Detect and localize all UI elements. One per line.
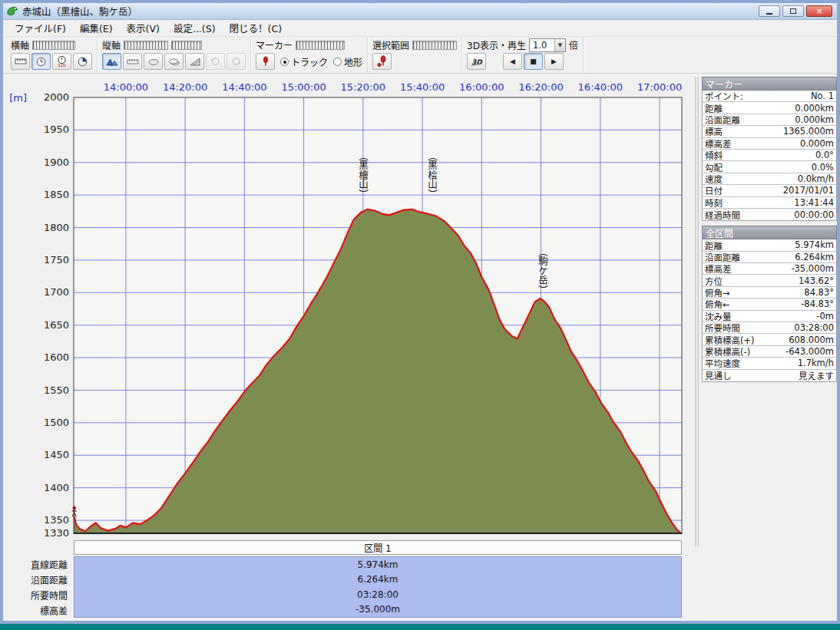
toolbar-group-selection: 選択範囲 [368,38,462,72]
ruler-icon [15,56,27,67]
play-backward-icon: ◀ [510,58,515,65]
menu-bar: ファイル(F) 編集(E) 表示(V) 設定...(S) 閉じる！(C) [3,20,837,37]
row-value: 608.000m [789,335,834,345]
row-label: 平均速度 [705,357,740,369]
rotate-left-button[interactable] [206,53,225,70]
svg-text:1600: 1600 [44,351,69,363]
play-forward-button[interactable]: ▶ [544,53,564,70]
marker-button[interactable] [256,53,275,70]
close-button[interactable]: × [806,5,832,17]
radio-track[interactable]: トラック [280,55,328,68]
row-label: 方位 [705,275,723,287]
ellipse-shadow-button[interactable] [164,53,184,70]
minimize-button[interactable] [759,5,780,17]
view-3d-button[interactable]: 3D [467,53,486,70]
glasses-3d-icon: 3D [470,56,484,68]
svg-text:14:00:00: 14:00:00 [104,81,148,93]
toolbar-group-v-axis: 縦軸 [98,38,251,72]
selection-slider[interactable] [412,41,457,50]
svg-text:16:40:00: 16:40:00 [578,81,623,93]
svg-text:15:40:00: 15:40:00 [400,81,445,93]
table-row: 沈み量-0m [703,311,836,322]
play-backward-button[interactable]: ◀ [503,53,522,70]
scale-ruler-button[interactable] [11,53,30,70]
toolbar: 横軸 [3,37,837,74]
window-title: 赤城山（黒檜山、駒ケ岳） [22,4,137,18]
pie-clock-button[interactable] [73,53,92,70]
ellipse-icon [147,56,160,67]
chevron-down-icon[interactable]: ▼ [554,39,565,51]
svg-text:1350: 1350 [44,514,69,526]
row-value: 見えます [799,369,834,381]
marker-slider[interactable] [296,41,345,50]
pie-clock-icon [77,56,88,68]
row-label: 傾斜 [705,149,723,161]
v-axis-slider[interactable] [124,41,168,50]
menu-settings[interactable]: 設定...(S) [167,19,223,37]
svg-text:1330: 1330 [44,527,69,539]
menu-view[interactable]: 表示(V) [120,19,167,37]
speed-unit-label: 倍 [569,38,578,51]
svg-text:1550: 1550 [44,384,69,396]
table-row: 時刻13:41:44 [703,197,836,209]
section-row-label: 所要時間 [3,589,70,602]
table-row: 日付2017/01/01 [703,185,836,196]
h-ruler-icon [127,56,139,67]
svg-text:14:20:00: 14:20:00 [163,81,207,93]
time-axis-button[interactable] [31,53,51,70]
row-label: 俯角← [705,298,730,310]
svg-text:1400: 1400 [44,482,69,493]
toolbar-group-h-axis: 横軸 [6,38,98,72]
rotate-right-icon [230,56,242,67]
panel-splitter[interactable] [695,77,699,546]
stop-button[interactable]: ■ [524,53,543,70]
maximize-icon [790,8,796,14]
rotate-right-button[interactable] [227,53,246,70]
row-value: 1365.000m [783,126,834,137]
marker-dot-button[interactable] [372,53,392,70]
row-label: 累積標高(+) [705,334,755,346]
rotate-left-icon [210,56,221,67]
speed-combobox[interactable]: 1.0 ▼ [529,38,566,52]
table-row: ポイント:No. 1 [703,91,836,102]
table-row: 俯角→84.83° [703,287,836,299]
maximize-button[interactable] [782,5,804,17]
h-axis-label: 横軸 [11,38,29,51]
table-row: 累積標高(+)608.000m [703,334,836,345]
row-label: 俯角→ [705,286,730,299]
table-row: 勾配0.0% [703,161,836,173]
ellipse-button[interactable] [144,53,163,70]
svg-text:1800: 1800 [44,222,69,233]
section-row-value: -35.000m [356,604,400,615]
mountain-icon [106,56,118,67]
section-row-value: 5.974km [358,559,399,570]
h-axis-slider[interactable] [32,41,75,50]
row-label: 標高差 [705,262,732,275]
selection-label: 選択範囲 [372,38,409,51]
marker-balloon-dot-icon [376,55,389,68]
row-label: 見通し [705,369,732,381]
svg-text:1850: 1850 [44,189,69,200]
time-120-button[interactable]: 120 [52,53,71,70]
row-label: 所要時間 [705,322,740,334]
slope-triangle-icon [189,56,201,67]
row-value: 0.0km/h [798,173,834,184]
menu-close[interactable]: 閉じる！(C) [223,19,289,37]
section-row-value: 6.264km [358,574,399,585]
radio-terrain[interactable]: 地形 [333,55,362,68]
titlebar: 赤城山（黒檜山、駒ケ岳） × [3,3,837,20]
total-panel-header: 全区間 [702,226,837,239]
menu-file[interactable]: ファイル(F) [8,19,73,37]
elevation-chart[interactable]: 14:00:0014:20:0014:40:0015:00:0015:20:00… [3,77,694,542]
flat-ruler-button[interactable] [123,53,142,70]
menu-edit[interactable]: 編集(E) [73,19,120,37]
v-axis-slider-2[interactable] [171,41,202,50]
stop-icon: ■ [530,58,537,65]
table-row: 方位143.62° [703,275,836,286]
row-value: 1.7km/h [798,358,834,368]
elevation-view-button[interactable] [102,53,121,70]
svg-text:17:00:00: 17:00:00 [637,81,682,93]
ellipse-shadow-icon [168,56,180,67]
svg-text:1950: 1950 [44,124,69,135]
slope-button[interactable] [185,53,204,70]
